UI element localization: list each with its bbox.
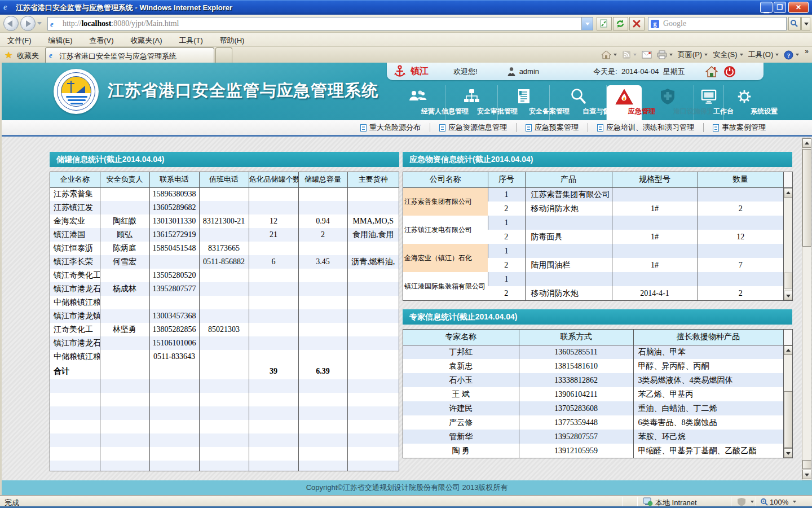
- site-title: 江苏省港口安全监管与应急管理系统: [108, 80, 378, 102]
- table-row: 江苏索普集15896380938: [50, 187, 399, 201]
- menu-favorites[interactable]: 收藏夹(A): [123, 33, 169, 46]
- restore-button[interactable]: ❐: [774, 2, 786, 13]
- today-label: 今天是:: [593, 67, 617, 76]
- table-row: 镇江李长荣何雪宏0511-85688263.45沥青,燃料油,: [50, 255, 399, 269]
- nav-system-settings[interactable]: 系统设置: [724, 85, 764, 120]
- sub-menu: 重大危险源分布 应急资源信息管理 应急预案管理 应急培训、演练和演习管理 事故案…: [2, 120, 812, 137]
- company-cell: 江苏索普集团有限公司: [403, 187, 488, 216]
- browser-tab[interactable]: e 江苏省港口安全监管与应急管理系统: [45, 47, 214, 63]
- submenu-training[interactable]: 应急培训、演练和演习管理: [588, 123, 704, 132]
- zoom-dropdown[interactable]: [793, 501, 796, 503]
- scroll-up-button[interactable]: [802, 138, 811, 148]
- protected-mode-icon[interactable]: [736, 497, 747, 506]
- site-logo: [54, 69, 99, 114]
- read-mail-button[interactable]: [640, 50, 654, 60]
- url-field[interactable]: e http://localhost:8080/yjpt/Main.html: [47, 17, 593, 30]
- nav-operator-info[interactable]: 经营人信息管理: [389, 85, 445, 120]
- column-header: 产品: [525, 172, 612, 187]
- minimize-button[interactable]: ▁: [760, 2, 773, 13]
- browser-viewport: 江苏省港口安全监管与应急管理系统 镇江 欢迎您! admin 今天是: 2014…: [0, 63, 812, 495]
- favorites-star-icon[interactable]: ★: [5, 50, 12, 60]
- stop-button[interactable]: [629, 17, 645, 30]
- doc-icon: [360, 124, 367, 132]
- favorites-label[interactable]: 收藏夹: [17, 51, 39, 61]
- search-button[interactable]: [788, 17, 801, 30]
- toolbar-overflow-chevron[interactable]: »: [805, 47, 809, 55]
- document-icon: [498, 86, 549, 107]
- safety-menu-button[interactable]: 安全(S): [711, 49, 744, 61]
- weekday-value: 星期五: [663, 67, 685, 76]
- home-icon[interactable]: [705, 66, 718, 77]
- scroll-thumb[interactable]: [802, 149, 811, 247]
- scroll-down-button[interactable]: [784, 448, 793, 458]
- header-row: 专家名称联系方式擅长救援物种产品: [403, 330, 783, 345]
- tools-menu-button[interactable]: 工具(O): [747, 49, 781, 61]
- submenu-case-management[interactable]: 事故案例管理: [704, 123, 775, 132]
- menu-view[interactable]: 查看(V): [82, 33, 121, 46]
- back-button[interactable]: [3, 16, 19, 31]
- site-header: 江苏省港口安全监管与应急管理系统 镇江 欢迎您! admin 今天是: 2014…: [2, 63, 812, 120]
- window-title: 江苏省港口安全监管与应急管理系统 - Windows Internet Expl…: [16, 3, 232, 13]
- menu-edit[interactable]: 编辑(E): [41, 33, 80, 46]
- nav-workbench[interactable]: 工作台: [694, 85, 724, 120]
- scroll-down-button[interactable]: [784, 291, 793, 300]
- column-header: 公司名称: [403, 172, 488, 187]
- menu-help[interactable]: 帮助(H): [212, 33, 251, 46]
- doc-icon: [439, 124, 445, 132]
- feeds-button[interactable]: [620, 49, 638, 60]
- supplies-panel-title: 应急物资信息统计(截止2014.04.04): [403, 152, 792, 167]
- close-button[interactable]: ✕: [788, 2, 809, 13]
- page-menu-button[interactable]: 页面(P): [676, 49, 709, 61]
- table-row: 管新华13952807557苯胺、环己烷: [403, 430, 783, 444]
- magnifier-icon: [550, 86, 606, 107]
- new-tab-stub[interactable]: [215, 47, 232, 63]
- search-dropdown-button[interactable]: [801, 17, 810, 30]
- nav-self-inspection[interactable]: 自查与督查管理: [550, 85, 607, 120]
- scroll-thumb-small[interactable]: [802, 460, 811, 469]
- nav-port-security[interactable]: 港口设施保安: [642, 85, 694, 120]
- submenu-plan-management[interactable]: 应急预案管理: [517, 123, 588, 132]
- column-header: 危化品储罐个数: [249, 172, 298, 187]
- logout-icon[interactable]: [723, 65, 736, 78]
- main-nav: 经营人信息管理 安全审批管理 安全备案管理 自查与督查管理: [389, 85, 764, 120]
- site-footer: Copyright©江苏省交通规划设计院股份有限公司 2013版权所有: [2, 480, 812, 495]
- search-box[interactable]: g Google: [648, 17, 787, 30]
- experts-scrollbar[interactable]: [783, 330, 793, 458]
- nav-safety-record[interactable]: 安全备案管理: [498, 85, 550, 120]
- nav-safety-approval[interactable]: 安全审批管理: [445, 85, 498, 120]
- scroll-up-button[interactable]: [784, 188, 793, 198]
- submenu-hazard-distribution[interactable]: 重大危险源分布: [351, 123, 430, 132]
- url-dropdown-button[interactable]: [581, 17, 593, 30]
- submenu-resource-info[interactable]: 应急资源信息管理: [430, 123, 517, 132]
- page-scrollbar[interactable]: [802, 138, 811, 480]
- experts-table: 专家名称联系方式擅长救援物种产品丁邦红13605285511石脑油、甲苯袁新忠1…: [403, 329, 793, 458]
- column-header: 专家名称: [403, 330, 519, 345]
- menu-tools[interactable]: 工具(T): [171, 33, 210, 46]
- help-button[interactable]: ?: [782, 49, 801, 61]
- doc-icon: [597, 124, 603, 132]
- date-value: 2014-04-04: [621, 67, 659, 76]
- total-row: 合计396.39: [50, 364, 399, 379]
- forward-button[interactable]: [20, 16, 36, 31]
- refresh-button[interactable]: [613, 17, 628, 30]
- scroll-up-button[interactable]: [784, 345, 793, 355]
- scroll-thumb[interactable]: [784, 273, 793, 288]
- scroll-thumb[interactable]: [784, 391, 793, 448]
- anchor-icon: [394, 65, 406, 78]
- nav-emergency-management[interactable]: 应急管理: [607, 85, 642, 120]
- table-row: 陶 勇13912105959甲缩醛、甲基异丁基酮、乙酸乙酯: [403, 444, 783, 458]
- scroll-down-button[interactable]: [802, 470, 811, 479]
- compatibility-view-button[interactable]: [597, 17, 612, 30]
- history-dropdown-icon[interactable]: [37, 22, 42, 25]
- home-button[interactable]: [599, 49, 619, 60]
- zone-dropdown[interactable]: [751, 501, 754, 503]
- intranet-zone-icon: [643, 497, 653, 506]
- username: admin: [519, 67, 539, 76]
- zoom-level[interactable]: 100%: [770, 498, 788, 506]
- table-row: 中储粮镇江粮: [50, 296, 399, 309]
- print-button[interactable]: [655, 49, 674, 60]
- table-row: 丁邦红13605285511石脑油、甲苯: [403, 345, 783, 359]
- supplies-scrollbar[interactable]: [783, 172, 793, 301]
- svg-text:?: ?: [787, 51, 791, 58]
- menu-file[interactable]: 文件(F): [0, 33, 39, 46]
